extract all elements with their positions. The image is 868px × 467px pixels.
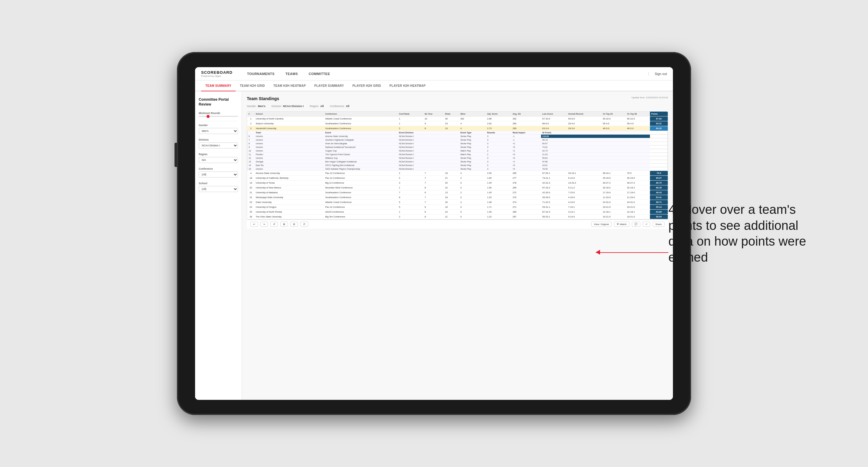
tab-player-summary[interactable]: PLAYER SUMMARY: [310, 81, 348, 91]
copy-button[interactable]: ⊞: [280, 222, 288, 227]
minimum-rounds-slider[interactable]: [199, 116, 238, 117]
expanded-header-row: Team Event Event Division Event Type Rou…: [247, 131, 668, 134]
region-select[interactable]: N/A East: [199, 157, 238, 163]
cell-avg-sg: 269: [512, 126, 541, 131]
divider-1: [199, 121, 238, 121]
table-row: 4 Arizona State University Pac-12 Confer…: [247, 171, 668, 176]
tab-player-h2h-heatmap[interactable]: PLAYER H2H HEATMAP: [385, 81, 430, 91]
cell-low-score: 87-22-3: [541, 210, 567, 214]
gender-select[interactable]: Men's Women's: [199, 128, 238, 134]
cell-vs-top50: 29-27-2: [626, 181, 650, 185]
exp-cell-rounds: 3: [486, 142, 512, 146]
paste-button[interactable]: ⊟: [290, 222, 298, 227]
cell-points[interactable]: 55.14: [650, 205, 668, 210]
cell-conf-rank: 5: [398, 200, 424, 205]
sign-out-button[interactable]: Sign out: [648, 72, 667, 75]
table-row: 20 University of New Mexico Mountain Wes…: [247, 185, 668, 190]
tablet-screen: SCOREBOARD Powered by clippd TOURNAMENTS…: [195, 67, 673, 400]
watch-button[interactable]: 👁 Watch: [614, 222, 629, 227]
cell-no-tour: 7: [424, 181, 444, 185]
nav-committee[interactable]: COMMITTEE: [303, 67, 336, 81]
exp-cell-event-div: NCAA Division I: [398, 156, 459, 160]
cell-points[interactable]: 58.94: [650, 214, 668, 219]
cell-points[interactable]: 97.02: [650, 117, 668, 121]
reset-button[interactable]: ↺: [270, 222, 278, 227]
tab-team-summary[interactable]: TEAM SUMMARY: [201, 81, 236, 91]
cell-avg-sg: 274: [512, 200, 541, 205]
cell-low-score: 45-29-0: [541, 195, 567, 200]
cell-school: Arizona State University: [255, 171, 324, 176]
cell-no-tour: 7: [424, 200, 444, 205]
exp-cell-event-type: Stroke Play: [459, 142, 486, 146]
cell-points[interactable]: 46.43: [650, 190, 668, 195]
cell-school: The Ohio State University: [255, 214, 324, 219]
cell-avg-sg: 271: [512, 205, 541, 210]
exp-cell-event-div: NCAA Division I: [398, 146, 459, 149]
cell-points[interactable]: 90.32: [650, 126, 668, 131]
share-button[interactable]: Share: [653, 222, 664, 227]
expanded-data-row: 12 Univers Williams Cup NCAA Division I …: [247, 156, 668, 160]
tab-team-h2h-grid[interactable]: TEAM H2H GRID: [236, 81, 269, 91]
tab-player-h2h-grid[interactable]: PLAYER H2H GRID: [348, 81, 385, 91]
cell-adj-score: 1.60: [486, 176, 512, 181]
exp-cell-event-div: NCAA Division I: [398, 164, 459, 167]
cell-points[interactable]: 86.49: [650, 185, 668, 190]
view-original-button[interactable]: View: Original: [591, 222, 612, 227]
tab-team-h2h-heatmap[interactable]: TEAM H2H HEATMAP: [269, 81, 310, 91]
exp-cell-rounds: 3: [486, 146, 512, 149]
cell-points[interactable]: 86.70: [650, 181, 668, 185]
conference-select[interactable]: (All) ACC: [199, 172, 238, 178]
cell-wins: 0: [459, 214, 486, 219]
cell-no-tour: 6: [424, 190, 444, 195]
cell-points[interactable]: 65.07: [650, 176, 668, 181]
cell-points[interactable]: 68.71: [650, 200, 668, 205]
exp-cell: 10: [247, 149, 255, 153]
cell-points[interactable]: 93.31: [650, 121, 668, 126]
cell-vs-top50: 23-21-0: [626, 205, 650, 210]
sidebar-school-label: School: [199, 182, 238, 185]
cell-rnds: 23: [444, 121, 459, 126]
cell-rnds: 24: [444, 210, 459, 214]
cell-vs-top50: 11-23-0: [626, 195, 650, 200]
exp-cell-rank-impact: +5: [512, 146, 541, 149]
cell-rnds: 20: [444, 181, 459, 185]
exp-cell-w-points: 43.01: [541, 164, 650, 167]
exp-cell-rank-impact: +1: [512, 142, 541, 146]
exp-cell-event: Copper Cup: [324, 149, 398, 153]
exp-cell: 15: [247, 167, 255, 171]
nav-tournaments[interactable]: TOURNAMENTS: [242, 67, 280, 81]
exp-cell-w-points: W Points: [541, 131, 650, 134]
cell-vs-top25: 50-10-0: [601, 117, 626, 121]
clock-button[interactable]: ⏱: [300, 222, 308, 227]
nav-teams[interactable]: TEAMS: [280, 67, 303, 81]
exp-cell-event-div: NCAA Division I: [398, 149, 459, 153]
cell-vs-top50: 12-18-1: [626, 210, 650, 214]
cell-conference: Atlantic Coast Conference: [324, 200, 398, 205]
cell-conf-rank: 5: [398, 205, 424, 210]
col-avg-sg: Avg. SG: [512, 112, 541, 117]
school-select[interactable]: (All): [199, 186, 238, 192]
exp-cell-event: Southern Highlands Collegiate: [324, 138, 398, 142]
cell-adj-score: 1.71: [486, 205, 512, 210]
cell-points[interactable]: 63.89: [650, 210, 668, 214]
undo-button[interactable]: ↩: [250, 222, 258, 227]
cell-conference: Atlantic Coast Conference: [324, 117, 398, 121]
sidebar-title: Committee Portal Review: [199, 97, 238, 107]
cell-points[interactable]: 63.41: [650, 195, 668, 200]
col-conference: Conference: [324, 112, 398, 117]
redo-button[interactable]: ↪: [260, 222, 268, 227]
expanded-data-row: 8 Univers Amer Ari Intercollegiate NCAA …: [247, 142, 668, 146]
filters-row: Gender: Men's Division: NCAA Division I …: [247, 105, 668, 108]
exp-cell: 14: [247, 164, 255, 167]
division-select[interactable]: NCAA Division I NCAA Division II: [199, 143, 238, 149]
exp-cell-rounds: 2: [486, 149, 512, 153]
filter-conference-label: Conference:: [330, 105, 344, 108]
cell-school: Vanderbilt University: [255, 126, 324, 131]
comment-button[interactable]: 💬: [632, 222, 640, 227]
expand-button[interactable]: ⤢: [643, 222, 650, 227]
expanded-data-row: 6 Univers Arizona State University NCAA …: [247, 134, 668, 138]
sidebar-division: Division NCAA Division I NCAA Division I…: [199, 138, 238, 149]
col-no-tour: No Tour: [424, 112, 444, 117]
cell-points[interactable]: 79.5: [650, 171, 668, 176]
cell-wins: 0: [459, 181, 486, 185]
